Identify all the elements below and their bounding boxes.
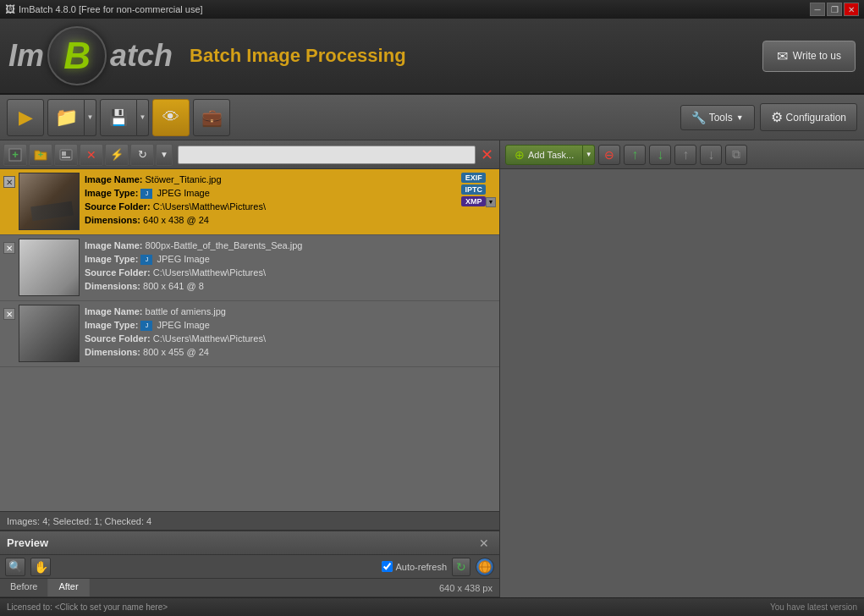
- tab-before[interactable]: Before: [0, 579, 48, 597]
- list-dropdown-button[interactable]: ▼: [156, 144, 173, 166]
- image-item[interactable]: ✕ Image Name: battle of amiens.jpg Image…: [0, 301, 499, 367]
- logo-area: Im B atch Batch Image Processing: [8, 26, 762, 85]
- add-image-button[interactable]: +: [3, 144, 27, 166]
- item-info-1: Image Name: Stöwer_Titanic.jpg Image Typ…: [85, 173, 496, 227]
- image-item[interactable]: ✕ Image Name: Stöwer_Titanic.jpg Image T…: [0, 169, 499, 235]
- refresh-list-button[interactable]: ↻: [130, 144, 154, 166]
- open-dropdown-arrow[interactable]: ▼: [85, 99, 96, 136]
- move-up-green-button[interactable]: ↑: [624, 145, 646, 165]
- tools-icon: 🔧: [691, 111, 706, 124]
- item-info-2: Image Name: 800px-Battle_of_the_Barents_…: [85, 239, 496, 293]
- add-task-label: Add Task...: [528, 150, 574, 160]
- preview-close-button[interactable]: ✕: [476, 535, 493, 552]
- write-to-us-button[interactable]: ✉ Write to us: [762, 41, 856, 72]
- remove-task-button[interactable]: ⊖: [598, 145, 620, 165]
- header-right: ✉ Write to us: [762, 41, 856, 72]
- close-button[interactable]: ✕: [844, 3, 859, 16]
- item-source-2: Source Folder: C:\Users\Matthew\Pictures…: [85, 266, 496, 279]
- refresh-preview-button[interactable]: ↻: [452, 558, 471, 576]
- item-info-3: Image Name: battle of amiens.jpg Image T…: [85, 305, 496, 359]
- tools-button[interactable]: 🔧 Tools ▼: [680, 105, 755, 130]
- bottom-status-left: Licensed to: <Click to set your name her…: [7, 602, 168, 612]
- auto-refresh-checkbox[interactable]: [382, 561, 393, 572]
- add-folder-button[interactable]: +: [29, 144, 52, 166]
- minimize-button[interactable]: ─: [810, 3, 825, 16]
- svg-rect-4: [62, 151, 66, 156]
- envelope-icon: ✉: [777, 48, 788, 64]
- write-to-us-label: Write to us: [793, 50, 841, 62]
- add-task-group: ⊕ Add Task... ▼: [505, 145, 595, 165]
- preview-title: Preview: [7, 536, 471, 549]
- search-clear-button[interactable]: ✕: [477, 146, 496, 164]
- move-down-green-button[interactable]: ↓: [649, 145, 671, 165]
- config-label: Configuration: [786, 112, 846, 124]
- item-badges-1: EXIF IPTC XMP: [461, 173, 486, 206]
- item-checkbox-1[interactable]: ✕: [3, 176, 15, 188]
- add-task-dropdown[interactable]: ▼: [583, 145, 595, 165]
- logo-b-container: B: [47, 26, 107, 85]
- item-dims-1: Dimensions: 640 x 438 @ 24: [85, 213, 496, 227]
- add-task-button[interactable]: ⊕ Add Task...: [505, 145, 583, 165]
- preview-header: Preview ✕: [0, 531, 499, 555]
- preview-toolbar: 🔍 ✋ Auto-refresh ↻: [0, 555, 499, 579]
- image-item[interactable]: ✕ Image Name: 800px-Battle_of_the_Barent…: [0, 235, 499, 301]
- scroll-indicator-1: ▼: [486, 197, 496, 207]
- item-checkbox-2[interactable]: ✕: [3, 242, 15, 254]
- item-checkbox-3[interactable]: ✕: [3, 308, 15, 320]
- pan-button[interactable]: ✋: [30, 558, 51, 576]
- xmp-badge: XMP: [461, 196, 486, 206]
- save-dropdown-arrow[interactable]: ▼: [137, 99, 149, 136]
- item-type-3: Image Type: J JPEG Image: [85, 318, 496, 332]
- move-down-button[interactable]: ↓: [700, 145, 722, 165]
- logo-im: Im: [8, 38, 44, 74]
- save-button[interactable]: 💾: [100, 99, 137, 136]
- zoom-button[interactable]: 🔍: [5, 558, 25, 576]
- item-name-1: Image Name: Stöwer_Titanic.jpg: [85, 173, 496, 186]
- play-button[interactable]: ▶: [7, 99, 44, 136]
- open-button-group: 📁 ▼: [47, 99, 96, 136]
- item-source-1: Source Folder: C:\Users\Matthew\Pictures…: [85, 200, 496, 213]
- image-list-toolbar: + + ✕ ⚡ ↻ ▼ ✕: [0, 140, 499, 169]
- titlebar-controls: ─ ❐ ✕: [810, 3, 859, 16]
- item-type-2: Image Type: J JPEG Image: [85, 252, 496, 266]
- logo-b: B: [63, 35, 91, 77]
- bottom-status-right: You have latest version: [770, 602, 857, 612]
- actions-button[interactable]: ⚡: [105, 144, 129, 166]
- main-area: + + ✕ ⚡ ↻ ▼ ✕ ✕: [0, 140, 864, 597]
- bottom-status-bar: Licensed to: <Click to set your name her…: [0, 597, 864, 616]
- eye-icon: 👁: [162, 107, 179, 127]
- maximize-button[interactable]: ❐: [827, 3, 842, 16]
- preview-tabs: Before After 640 x 438 px: [0, 579, 499, 597]
- preview-toolbar-right: Auto-refresh ↻: [382, 558, 494, 576]
- item-name-2: Image Name: 800px-Battle_of_the_Barents_…: [85, 239, 496, 252]
- image-list: ✕ Image Name: Stöwer_Titanic.jpg Image T…: [0, 169, 499, 511]
- svg-text:+: +: [12, 148, 19, 161]
- item-name-3: Image Name: battle of amiens.jpg: [85, 305, 496, 318]
- exif-badge: EXIF: [461, 173, 486, 183]
- item-type-1: Image Type: J JPEG Image: [85, 186, 496, 200]
- jpeg-icon-3: J: [140, 321, 152, 331]
- svg-rect-5: [62, 157, 70, 158]
- bag-button[interactable]: 💼: [193, 99, 230, 136]
- gear-icon: ⚙: [771, 109, 783, 125]
- open-button[interactable]: 📁: [47, 99, 85, 136]
- item-dims-2: Dimensions: 800 x 641 @ 8: [85, 279, 496, 293]
- globe-button[interactable]: [476, 558, 494, 576]
- search-input[interactable]: [178, 146, 476, 164]
- save-button-group: 💾 ▼: [100, 99, 149, 136]
- configuration-button[interactable]: ⚙ Configuration: [760, 103, 857, 131]
- toolbar-right: 🔧 Tools ▼ ⚙ Configuration: [680, 103, 857, 131]
- tools-label: Tools: [709, 112, 733, 124]
- preview-panel: Preview ✕ 🔍 ✋ Auto-refresh ↻: [0, 530, 499, 597]
- copy-task-button[interactable]: ⧉: [725, 145, 747, 165]
- svg-text:+: +: [38, 149, 43, 159]
- remove-image-button[interactable]: ✕: [80, 144, 103, 166]
- filter-button[interactable]: [54, 144, 78, 166]
- item-source-3: Source Folder: C:\Users\Matthew\Pictures…: [85, 332, 496, 345]
- view-button[interactable]: 👁: [152, 99, 190, 136]
- logo-atch: atch: [110, 38, 173, 74]
- item-thumb-1: [19, 173, 80, 230]
- task-toolbar: ⊕ Add Task... ▼ ⊖ ↑ ↓ ↑ ↓ ⧉: [500, 140, 864, 169]
- move-up-button[interactable]: ↑: [674, 145, 696, 165]
- tab-after[interactable]: After: [48, 579, 89, 597]
